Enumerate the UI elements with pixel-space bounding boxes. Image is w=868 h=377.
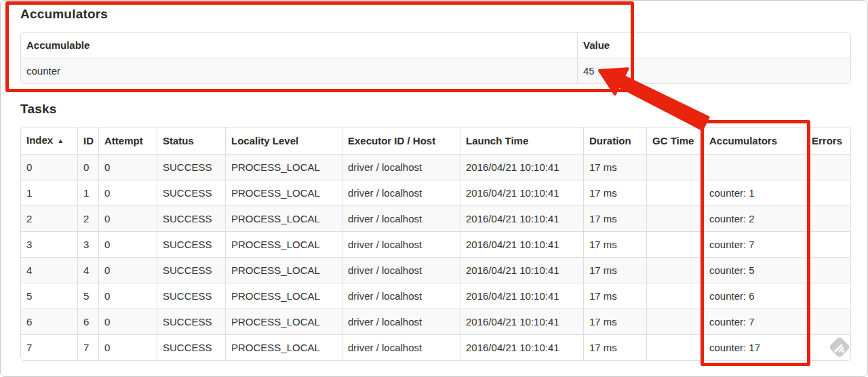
cell-errors	[806, 180, 851, 205]
cell-accumulable: counter	[21, 58, 577, 83]
cell-status: SUCCESS	[157, 334, 225, 360]
tasks-heading: Tasks	[20, 102, 850, 117]
cell-index: 2	[21, 205, 77, 231]
column-header-locality[interactable]: Locality Level	[225, 127, 342, 154]
cell-executor: driver / localhost	[342, 231, 460, 257]
cell-launch: 2016/04/21 10:10:41	[460, 180, 583, 205]
column-header-executor[interactable]: Executor ID / Host	[342, 127, 460, 154]
spark-stage-page: Accumulators AccumulableValue counter45 …	[0, 0, 868, 361]
cell-launch: 2016/04/21 10:10:41	[460, 257, 583, 283]
cell-index: 6	[21, 309, 77, 334]
cell-status: SUCCESS	[157, 231, 225, 257]
cell-errors	[806, 309, 851, 334]
cell-errors	[806, 154, 851, 180]
cell-accumulators: counter: 2	[703, 205, 806, 231]
table-row: 660SUCCESSPROCESS_LOCALdriver / localhos…	[21, 309, 851, 334]
cell-executor: driver / localhost	[342, 180, 460, 205]
cell-attempt: 0	[98, 283, 157, 309]
tasks-table: Index▲IDAttemptStatusLocality LevelExecu…	[20, 127, 851, 361]
cell-duration: 17 ms	[583, 334, 646, 360]
cell-locality: PROCESS_LOCAL	[225, 309, 342, 334]
cell-errors	[806, 231, 851, 257]
cell-duration: 17 ms	[583, 231, 646, 257]
cell-status: SUCCESS	[157, 257, 225, 283]
cell-gc_time	[646, 334, 703, 360]
cell-launch: 2016/04/21 10:10:41	[460, 283, 583, 309]
cell-index: 4	[21, 257, 77, 283]
cell-executor: driver / localhost	[342, 283, 460, 309]
table-row: 330SUCCESSPROCESS_LOCALdriver / localhos…	[21, 231, 851, 257]
cell-errors	[806, 283, 851, 309]
tasks-header-row: Index▲IDAttemptStatusLocality LevelExecu…	[21, 127, 851, 154]
cell-attempt: 0	[98, 180, 157, 205]
cell-accumulators: counter: 17	[703, 334, 806, 360]
cell-accumulators: counter: 7	[703, 231, 806, 257]
cell-locality: PROCESS_LOCAL	[225, 283, 342, 309]
cell-executor: driver / localhost	[342, 205, 460, 231]
cell-locality: PROCESS_LOCAL	[225, 180, 342, 205]
cell-id: 0	[77, 154, 98, 180]
cell-gc_time	[646, 257, 703, 283]
column-header-id[interactable]: ID	[77, 127, 98, 154]
cell-executor: driver / localhost	[342, 334, 460, 360]
column-header-duration[interactable]: Duration	[583, 127, 646, 154]
cell-index: 1	[21, 180, 77, 205]
cell-attempt: 0	[98, 205, 157, 231]
cell-locality: PROCESS_LOCAL	[225, 231, 342, 257]
column-header-attempt[interactable]: Attempt	[98, 127, 157, 154]
column-header-errors[interactable]: Errors	[806, 127, 851, 154]
cell-accumulators: counter: 1	[703, 180, 806, 205]
cell-gc_time	[646, 283, 703, 309]
table-row: 000SUCCESSPROCESS_LOCALdriver / localhos…	[21, 154, 851, 180]
column-header-status[interactable]: Status	[157, 127, 225, 154]
cell-duration: 17 ms	[583, 154, 646, 180]
cell-locality: PROCESS_LOCAL	[225, 334, 342, 360]
table-row: 770SUCCESSPROCESS_LOCALdriver / localhos…	[21, 334, 851, 360]
column-header-index[interactable]: Index▲	[21, 127, 77, 154]
accumulators-heading: Accumulators	[20, 7, 850, 22]
cell-launch: 2016/04/21 10:10:41	[460, 231, 583, 257]
table-row: 110SUCCESSPROCESS_LOCALdriver / localhos…	[21, 180, 851, 205]
cell-errors	[806, 257, 851, 283]
table-row: counter45	[21, 58, 851, 83]
cell-gc_time	[646, 205, 703, 231]
cell-attempt: 0	[98, 309, 157, 334]
cell-id: 4	[77, 257, 98, 283]
cell-duration: 17 ms	[583, 257, 646, 283]
cell-accumulators: counter: 7	[703, 309, 806, 334]
sort-ascending-icon: ▲	[57, 137, 64, 144]
cell-errors	[806, 205, 851, 231]
cell-index: 3	[21, 231, 77, 257]
cell-id: 7	[77, 334, 98, 360]
cell-locality: PROCESS_LOCAL	[225, 205, 342, 231]
cell-executor: driver / localhost	[342, 154, 460, 180]
cell-launch: 2016/04/21 10:10:41	[460, 205, 583, 231]
column-header-gc_time[interactable]: GC Time	[646, 127, 703, 154]
cell-locality: PROCESS_LOCAL	[225, 257, 342, 283]
column-header-launch[interactable]: Launch Time	[460, 127, 583, 154]
cell-id: 5	[77, 283, 98, 309]
cell-accumulators	[703, 154, 806, 180]
accumulable-header-row: AccumulableValue	[21, 33, 851, 58]
table-row: 220SUCCESSPROCESS_LOCALdriver / localhos…	[21, 205, 851, 231]
cell-status: SUCCESS	[157, 309, 225, 334]
cell-executor: driver / localhost	[342, 309, 460, 334]
cell-attempt: 0	[98, 154, 157, 180]
column-header-accumulable[interactable]: Accumulable	[21, 33, 577, 58]
cell-id: 1	[77, 180, 98, 205]
cell-gc_time	[646, 180, 703, 205]
cell-launch: 2016/04/21 10:10:41	[460, 154, 583, 180]
cell-duration: 17 ms	[583, 309, 646, 334]
cell-status: SUCCESS	[157, 154, 225, 180]
cell-index: 7	[21, 334, 77, 360]
column-header-value[interactable]: Value	[577, 33, 851, 58]
cell-id: 2	[77, 205, 98, 231]
cell-launch: 2016/04/21 10:10:41	[460, 334, 583, 360]
cell-attempt: 0	[98, 257, 157, 283]
column-header-accumulators[interactable]: Accumulators	[703, 127, 806, 154]
cell-index: 0	[21, 154, 77, 180]
cell-executor: driver / localhost	[342, 257, 460, 283]
cell-status: SUCCESS	[157, 205, 225, 231]
cell-attempt: 0	[98, 231, 157, 257]
cell-gc_time	[646, 231, 703, 257]
